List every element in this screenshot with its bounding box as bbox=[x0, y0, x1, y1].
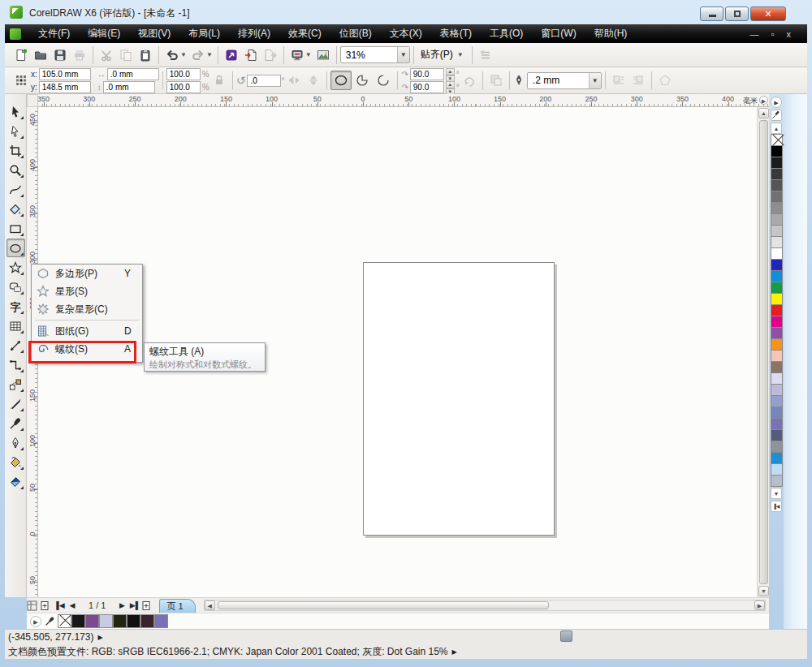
color-eyedropper-tool[interactable] bbox=[6, 414, 25, 432]
doc-color-swatch-3[interactable] bbox=[99, 614, 113, 628]
smart-fill-tool[interactable] bbox=[6, 200, 25, 218]
color-swatch-2[interactable] bbox=[771, 157, 783, 169]
doc-color-swatch-7[interactable] bbox=[154, 614, 168, 628]
color-swatch-29[interactable] bbox=[771, 463, 783, 476]
horizontal-ruler[interactable]: 毫米 ▶ 35030025020015010050050100150200250… bbox=[38, 94, 769, 107]
print-button[interactable] bbox=[70, 45, 89, 65]
flyout-item-星形[interactable]: 星形(S) bbox=[32, 282, 142, 300]
chevron-down-icon[interactable]: ▼ bbox=[397, 47, 409, 62]
cut-button[interactable] bbox=[97, 45, 116, 65]
color-swatch-14[interactable] bbox=[771, 293, 783, 305]
scale-x-field[interactable] bbox=[166, 68, 201, 80]
scroll-down-icon[interactable]: ▼ bbox=[758, 586, 769, 596]
document-palette-flyout-icon[interactable]: ▶ bbox=[30, 616, 41, 627]
fill-tool[interactable] bbox=[6, 453, 25, 471]
convert-to-curves-button[interactable] bbox=[655, 71, 675, 90]
ellipse-mode-button[interactable] bbox=[330, 71, 352, 90]
menu-item-2[interactable]: 编辑(E) bbox=[79, 24, 129, 43]
menu-item-10[interactable]: 工具(O) bbox=[481, 24, 532, 43]
color-swatch-5[interactable] bbox=[771, 191, 783, 203]
color-swatch-17[interactable] bbox=[771, 327, 783, 339]
document-window-controls[interactable]: — ▫ x bbox=[749, 29, 807, 39]
minimize-button[interactable] bbox=[700, 6, 723, 21]
restore-button[interactable] bbox=[725, 6, 749, 21]
doc-color-swatch-2[interactable] bbox=[85, 614, 99, 628]
scroll-up-icon[interactable]: ▲ bbox=[758, 108, 769, 118]
color-swatch-15[interactable] bbox=[771, 304, 783, 316]
end-angle-spinner[interactable]: ▲▼ bbox=[446, 81, 455, 93]
add-page-before-button[interactable] bbox=[40, 600, 53, 611]
color-swatch-12[interactable] bbox=[771, 270, 783, 282]
palette-scroll-up-icon[interactable]: ▲ bbox=[771, 123, 782, 134]
search-content-button[interactable] bbox=[222, 45, 241, 65]
color-swatch-30[interactable] bbox=[771, 475, 783, 487]
document-page[interactable] bbox=[363, 262, 555, 536]
connector-tool[interactable] bbox=[6, 355, 25, 374]
color-swatch-25[interactable] bbox=[771, 418, 783, 430]
color-swatch-20[interactable] bbox=[771, 361, 783, 373]
palette-eyedropper-icon[interactable] bbox=[771, 110, 782, 121]
scale-y-field[interactable] bbox=[166, 81, 201, 93]
ellipse-tool[interactable] bbox=[6, 239, 25, 257]
paste-button[interactable] bbox=[136, 45, 155, 65]
mirror-horizontal-button[interactable] bbox=[284, 71, 304, 90]
start-angle-spinner[interactable]: ▲▼ bbox=[446, 68, 455, 80]
color-swatch-10[interactable] bbox=[771, 247, 783, 260]
save-button[interactable] bbox=[50, 45, 70, 65]
color-swatch-22[interactable] bbox=[771, 384, 783, 396]
blend-tool[interactable] bbox=[6, 375, 25, 394]
object-y-field[interactable] bbox=[39, 81, 91, 93]
color-swatch-23[interactable] bbox=[771, 395, 783, 407]
flyout-item-图纸[interactable]: 图纸(G)D bbox=[32, 322, 142, 340]
end-angle-field[interactable] bbox=[410, 81, 444, 93]
color-swatch-7[interactable] bbox=[771, 213, 783, 226]
freehand-tool[interactable] bbox=[6, 180, 25, 199]
arc-mode-button[interactable] bbox=[373, 71, 394, 90]
copy-button[interactable] bbox=[116, 45, 136, 65]
text-tool[interactable]: 字 bbox=[6, 297, 25, 316]
color-swatch-28[interactable] bbox=[771, 452, 783, 464]
lock-ratio-button[interactable] bbox=[209, 71, 229, 90]
ruler-origin-button[interactable] bbox=[27, 94, 38, 107]
color-swatch-6[interactable] bbox=[771, 202, 783, 214]
color-swatch-19[interactable] bbox=[771, 350, 783, 362]
doc-color-swatch-1[interactable] bbox=[71, 614, 85, 628]
color-swatch-24[interactable] bbox=[771, 407, 783, 419]
color-swatch-4[interactable] bbox=[771, 179, 783, 191]
rectangle-tool[interactable] bbox=[6, 219, 25, 238]
shape-tool[interactable] bbox=[6, 122, 25, 140]
palette-scroll-down-icon[interactable]: ▼ bbox=[771, 488, 782, 499]
scroll-left-icon[interactable]: ◀ bbox=[205, 600, 215, 610]
menu-item-12[interactable]: 帮助(H) bbox=[585, 24, 637, 43]
doc-color-swatch-5[interactable] bbox=[127, 614, 140, 628]
last-page-button[interactable]: ▶▌ bbox=[128, 601, 141, 609]
new-document-button[interactable] bbox=[11, 45, 31, 65]
status-flyout-icon[interactable]: ▶ bbox=[97, 634, 102, 641]
palette-expand-icon[interactable]: ▐◀ bbox=[771, 501, 782, 512]
flyout-item-复杂星形[interactable]: 复杂星形(C) bbox=[32, 300, 142, 318]
palette-flyout-icon[interactable]: ▶ bbox=[771, 97, 782, 108]
color-swatch-9[interactable] bbox=[771, 236, 783, 248]
menu-item-9[interactable]: 表格(T) bbox=[431, 24, 481, 43]
open-button[interactable] bbox=[31, 45, 50, 65]
outline-pen-tool[interactable] bbox=[6, 433, 25, 452]
doc-color-swatch-4[interactable] bbox=[113, 614, 127, 628]
vertical-scrollbar[interactable]: ▲ ▼ bbox=[757, 107, 769, 597]
menu-item-3[interactable]: 视图(V) bbox=[129, 24, 179, 43]
color-swatch-27[interactable] bbox=[771, 441, 783, 453]
polygon-tool[interactable] bbox=[6, 258, 25, 277]
color-swatch-1[interactable] bbox=[771, 145, 783, 157]
add-page-after-button[interactable] bbox=[141, 600, 154, 611]
color-swatch-21[interactable] bbox=[771, 372, 783, 385]
ruler-options-icon[interactable]: ▶ bbox=[759, 96, 768, 105]
menu-item-4[interactable]: 布局(L) bbox=[179, 24, 229, 43]
color-swatch-3[interactable] bbox=[771, 168, 783, 180]
pick-tool[interactable] bbox=[6, 102, 25, 121]
eyedropper-icon[interactable] bbox=[45, 617, 54, 626]
to-layer-button[interactable] bbox=[486, 71, 506, 90]
redo-button[interactable] bbox=[188, 45, 208, 65]
interactive-fill-tool[interactable] bbox=[6, 472, 25, 491]
color-swatch-26[interactable] bbox=[771, 429, 783, 441]
parallel-dimension-tool[interactable] bbox=[6, 336, 25, 355]
crop-tool[interactable] bbox=[6, 141, 25, 160]
